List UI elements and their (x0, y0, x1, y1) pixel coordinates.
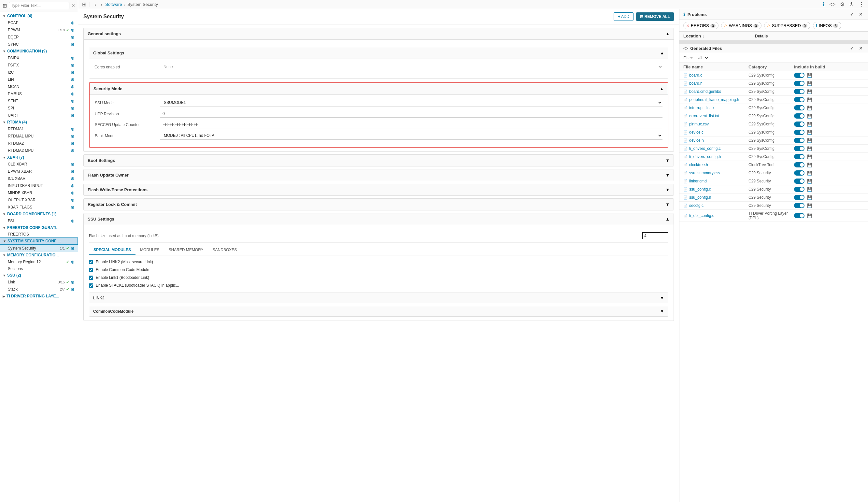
errors-tab[interactable]: ✕ ERRORS 0 (683, 22, 719, 29)
breadcrumb-software[interactable]: Software (105, 2, 122, 7)
save-icon-14[interactable]: 💾 (807, 187, 812, 192)
file-name-15[interactable]: 📄 ssu_config.h (683, 195, 748, 200)
toggle-build-8[interactable] (794, 138, 805, 143)
save-icon-10[interactable]: 💾 (807, 154, 812, 159)
sidebar-section-syssec[interactable]: ▼ SYSTEM SECURITY CONFI... (0, 237, 78, 245)
add-icon[interactable]: ⊕ (70, 259, 75, 265)
sort-icon[interactable]: ↕ (702, 34, 704, 38)
file-name-1[interactable]: 📄 board.h (683, 81, 748, 86)
file-name-13[interactable]: 📄 linker.cmd (683, 179, 748, 183)
sidebar-item-sent[interactable]: SENT⊕ (0, 98, 78, 105)
sidebar-section-memory[interactable]: ▼ MEMORY CONFIGURATIO... (0, 252, 78, 258)
back-button[interactable]: ‹ (93, 2, 97, 7)
security-mode-header[interactable]: Security Mode ▲ (90, 83, 668, 95)
sidebar-section-board[interactable]: ▼ BOARD COMPONENTS (1) (0, 211, 78, 217)
sidebar-item-mcan[interactable]: MCAN⊕ (0, 83, 78, 90)
filter-input[interactable] (9, 2, 69, 9)
save-icon-8[interactable]: 💾 (807, 138, 812, 143)
toggle-build-12[interactable] (794, 170, 805, 176)
checkbox-common-code-input[interactable] (89, 268, 93, 272)
add-icon[interactable]: ⊕ (70, 190, 75, 195)
expand-problems-icon[interactable]: ⤢ (849, 12, 855, 17)
add-button[interactable]: + ADD (613, 12, 633, 21)
sidebar-item-sync[interactable]: SYNC⊕ (0, 41, 78, 48)
sidebar-item-spi[interactable]: SPI⊕ (0, 105, 78, 112)
add-icon[interactable]: ⊕ (70, 287, 75, 292)
file-name-16[interactable]: 📄 seccfg.c (683, 203, 748, 208)
sidebar-item-rtdma2mpu[interactable]: RTDMA2 MPU⊕ (0, 147, 78, 154)
add-icon[interactable]: ⊕ (70, 134, 75, 139)
flash-size-input[interactable] (642, 232, 668, 239)
add-icon[interactable]: ⊕ (70, 70, 75, 75)
save-icon-17[interactable]: 💾 (807, 213, 812, 218)
toggle-build-9[interactable] (794, 146, 805, 151)
toggle-build-5[interactable] (794, 113, 805, 119)
add-icon[interactable]: ⊕ (70, 84, 75, 89)
toggle-build-3[interactable] (794, 97, 805, 102)
infos-tab[interactable]: ℹ INFOS 3 (813, 22, 841, 29)
seccfg-update-counter-input[interactable] (160, 121, 662, 129)
global-settings-header[interactable]: Global Settings ▲ (89, 47, 668, 59)
sidebar-item-lin[interactable]: LIN⊕ (0, 76, 78, 83)
sidebar-item-ecap[interactable]: ECAP⊕ (0, 19, 78, 27)
sidebar-item-link[interactable]: Link3/15✔⊕ (0, 278, 78, 286)
add-icon[interactable]: ⊕ (70, 105, 75, 111)
boot-settings-header[interactable]: Boot Settings ▼ (84, 155, 673, 166)
add-icon[interactable]: ⊕ (70, 169, 75, 174)
file-name-8[interactable]: 📄 device.h (683, 138, 748, 143)
sidebar-item-outputxbar[interactable]: OUTPUT XBAR⊕ (0, 196, 78, 204)
sidebar-item-epwm[interactable]: EPWM1/18✔⊕ (0, 27, 78, 33)
save-icon-1[interactable]: 💾 (807, 81, 812, 86)
sidebar-section-freertos[interactable]: ▼ FREERTOS CONFIGURATI... (0, 224, 78, 231)
close-problems-icon[interactable]: ✕ (858, 12, 864, 17)
toggle-build-14[interactable] (794, 187, 805, 192)
toggle-build-15[interactable] (794, 195, 805, 200)
toggle-build-2[interactable] (794, 89, 805, 94)
sidebar-item-epwmxbar[interactable]: EPWM XBAR⊕ (0, 168, 78, 175)
flash-update-owner-header[interactable]: Flash Update Owner ▼ (84, 170, 673, 181)
add-ecap-icon[interactable]: ⊕ (70, 20, 75, 25)
file-name-10[interactable]: 📄 ti_drivers_config.h (683, 154, 748, 159)
checkbox-link1-input[interactable] (89, 276, 93, 280)
toggle-build-11[interactable] (794, 162, 805, 167)
sidebar-item-rtdma2[interactable]: RTDMA2⊕ (0, 140, 78, 147)
warnings-tab[interactable]: ⚠ WARNINGS 0 (721, 22, 762, 29)
file-name-6[interactable]: 📄 pinmux.csv (683, 122, 748, 126)
add-icon[interactable]: ⊕ (70, 183, 75, 188)
cores-enabled-select[interactable]: None (159, 63, 663, 71)
sidebar-section-rtdma[interactable]: ▼ RTDMA (4) (0, 119, 78, 125)
save-icon-9[interactable]: 💾 (807, 146, 812, 151)
sidebar-item-eqep[interactable]: EQEP⊕ (0, 33, 78, 41)
tab-modules[interactable]: MODULES (135, 245, 164, 255)
history-icon[interactable]: ⏱ (849, 2, 854, 8)
toolbar-grid-icon[interactable]: ⊞ (82, 1, 86, 8)
grid-icon[interactable]: ⊞ (3, 3, 7, 9)
toggle-build-17[interactable] (794, 213, 805, 218)
toggle-build-4[interactable] (794, 105, 805, 111)
toggle-build-7[interactable] (794, 130, 805, 135)
code-icon[interactable]: <> (829, 2, 835, 8)
sidebar-item-rtdma1[interactable]: RTDMA1⊕ (0, 125, 78, 133)
add-icon[interactable]: ⊕ (70, 55, 75, 61)
add-eqep-icon[interactable]: ⊕ (70, 34, 75, 40)
sidebar-item-system-security[interactable]: System Security 1/1 ✔ ⊕ (0, 245, 78, 252)
sidebar-item-pmbus[interactable]: PMBUS⊕ (0, 90, 78, 98)
save-icon-3[interactable]: 💾 (807, 98, 812, 102)
register-lock-header[interactable]: Register Lock & Commit ▼ (84, 199, 673, 210)
tab-sandboxes[interactable]: SANDBOXES (208, 245, 242, 255)
sidebar-item-stack[interactable]: Stack2/7✔⊕ (0, 286, 78, 293)
add-icon[interactable]: ⊕ (70, 99, 75, 104)
save-icon-7[interactable]: 💾 (807, 130, 812, 135)
sidebar-section-xbar[interactable]: ▼ XBAR (7) (0, 154, 78, 161)
file-name-3[interactable]: 📄 peripheral_frame_mapping.h (683, 98, 748, 102)
sidebar-section-tidpl[interactable]: ▶ TI DRIVER PORTING LAYE... (0, 293, 78, 299)
save-icon-15[interactable]: 💾 (807, 195, 812, 200)
file-name-0[interactable]: 📄 board.c (683, 73, 748, 78)
add-icon[interactable]: ⊕ (70, 91, 75, 96)
add-icon[interactable]: ⊕ (70, 126, 75, 132)
flash-write-erase-header[interactable]: Flash Write/Erase Protections ▼ (84, 184, 673, 195)
toggle-build-6[interactable] (794, 122, 805, 127)
tab-shared-memory[interactable]: SHARED MEMORY (164, 245, 208, 255)
save-icon-4[interactable]: 💾 (807, 105, 812, 111)
file-name-12[interactable]: 📄 ssu_summary.csv (683, 171, 748, 175)
